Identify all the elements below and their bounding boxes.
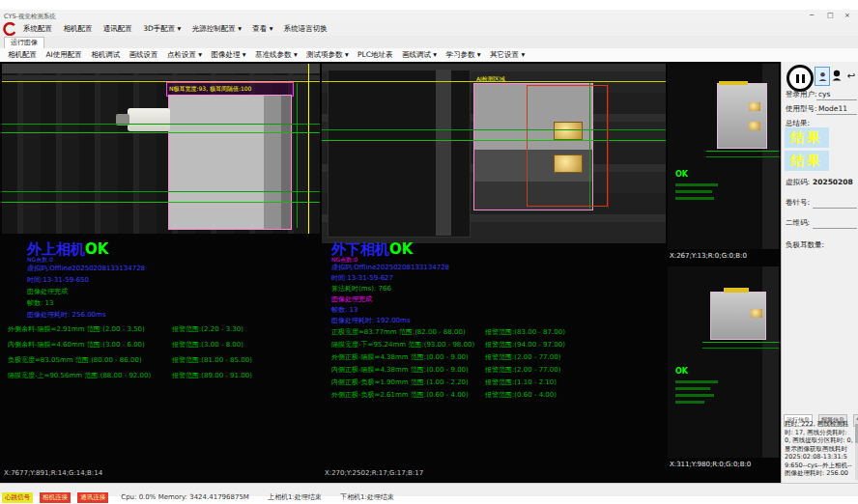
- menu-bar: 系统配置 相机配置 通讯配置 3D手配置 ▾ 光源控制配置 ▾ 查看 ▾ 系统语…: [0, 22, 858, 36]
- pause-icon: [796, 74, 799, 83]
- toolbar-line-debug[interactable]: 画线调试 ▾: [402, 50, 437, 60]
- left-camera-image[interactable]: N极耳宽度:93, 极耳间隔值:100: [2, 64, 320, 234]
- pin-field[interactable]: [813, 207, 857, 209]
- measurement-alarm: 报警范围:(2.00 - 77.00): [485, 366, 560, 375]
- yellow-mark: [724, 288, 749, 293]
- measurement-alarm: 报警范围:(81.00 - 85.00): [172, 356, 252, 365]
- right-algo-elapsed: 算法耗时(ms): 766: [331, 285, 391, 294]
- virtual-code-value: 20250208: [813, 178, 853, 186]
- left-frame-count: 帧数: 13: [27, 299, 54, 308]
- thumb2-image[interactable]: OK: [668, 266, 779, 458]
- logout-icon: ↩: [847, 70, 855, 81]
- thumb2-cursor-status: X:311;Y:980;R:0;G:0;B:0: [670, 461, 751, 469]
- measurement-value: 隔膜宽度-下=95.24mm 范围:(93.00 - 98.00): [331, 341, 474, 350]
- measurement-value: 外侧正极-隔膜=4.38mm 范围:(0.00 - 9.00): [331, 353, 469, 362]
- edge-line-green: [589, 83, 590, 209]
- measurement-alarm: 报警范围:(83.00 - 87.00): [485, 328, 565, 337]
- toolbar: 相机配置 AI使用配置 相机调试 画线设置 点检设置 ▾ 图像处理 ▾ 基准线参…: [0, 48, 858, 63]
- menu-item-3d-config[interactable]: 3D手配置 ▾: [143, 24, 181, 34]
- admin-icon: [832, 67, 842, 85]
- measurement-value: 内侧余料-隔膜=4.60mm 范围:(3.00 - 6.00): [8, 341, 145, 350]
- measure-line-green: [322, 140, 666, 141]
- status-bar: 心跳信号 相机连接 通讯连接 Cpu: 0.0% Memory: 3424.41…: [0, 483, 858, 496]
- toolbar-camera-debug[interactable]: 相机调试: [91, 50, 120, 60]
- measurement-alarm: 报警范围:(89.00 - 91.00): [172, 372, 252, 380]
- mini-cell: [717, 83, 767, 149]
- left-virtual-code: 虚拟码:Offline20250208133134728: [27, 265, 145, 273]
- measurement-value: 隔膜宽度-上=90.56mm 范围:(88.00 - 92.00): [8, 372, 151, 380]
- measurement-value: 外侧余料-隔膜=2.91mm 范围:(2.00 - 3.50): [8, 325, 145, 334]
- tiny-text-line: [675, 401, 704, 404]
- measure-line-green: [706, 151, 779, 152]
- menu-item-system-config[interactable]: 系统配置: [23, 24, 52, 34]
- thumb1-image[interactable]: OK: [668, 64, 779, 249]
- toolbar-learn-params[interactable]: 学习参数 ▾: [445, 50, 480, 60]
- right-frame-count: 帧数: 13: [331, 306, 358, 315]
- menu-item-camera-config[interactable]: 相机配置: [63, 24, 92, 34]
- tiny-text-line: [675, 190, 712, 193]
- run-info-log: 耗时: 222, 画线检测耗时: 17, 画线分类耗时: 0, 画线提取分区耗时…: [785, 420, 853, 480]
- gold-tab: [749, 102, 760, 111]
- tiny-text-line: [675, 387, 710, 390]
- toolbar-other-settings[interactable]: 其它设置 ▾: [490, 50, 525, 60]
- toolbar-plc-address[interactable]: PLC地址表: [358, 50, 392, 60]
- login-user-field[interactable]: [816, 98, 857, 100]
- measure-line-green: [322, 129, 666, 130]
- model-field[interactable]: [816, 113, 857, 115]
- measurement-alarm: 报警范围:(2.20 - 3.30): [172, 325, 243, 334]
- user-button[interactable]: [815, 67, 830, 86]
- qr-field[interactable]: [813, 227, 857, 229]
- menu-item-comm-config[interactable]: 通讯配置: [103, 24, 132, 34]
- admin-button[interactable]: [830, 67, 844, 84]
- measure-line-green: [2, 132, 320, 133]
- tab-connector: [128, 108, 170, 131]
- edge-line-yellow: [308, 64, 309, 234]
- machine-band: [2, 75, 320, 80]
- machine-band: [2, 64, 320, 73]
- machine-strip: [436, 70, 451, 236]
- tab-strip: 运行图像: [0, 36, 858, 49]
- toolbar-image-process[interactable]: 图像处理 ▾: [211, 50, 245, 60]
- measurement-alarm: 报警范围:(2.00 - 77.00): [485, 353, 560, 362]
- left-process-done: 图像处理完成: [27, 288, 68, 296]
- ai-region-label: AI检测区域: [476, 75, 505, 83]
- logout-button[interactable]: ↩: [844, 67, 858, 84]
- measure-line-green: [2, 124, 320, 125]
- gold-tab: [554, 122, 583, 140]
- main-view: N极耳宽度:93, 极耳间隔值:100 AI检测区域 外上相机O: [0, 62, 781, 483]
- pause-button[interactable]: [786, 65, 814, 92]
- toolbar-camera-config[interactable]: 相机配置: [8, 50, 37, 60]
- gold-tab: [554, 154, 583, 173]
- menu-item-view[interactable]: 查看 ▾: [252, 24, 272, 34]
- measurement-value: 负极宽度=83.05mm 范围:(80.00 - 86.00): [8, 356, 142, 365]
- gold-tab: [749, 122, 760, 130]
- toolbar-line-setting[interactable]: 画线设置: [129, 50, 158, 60]
- right-virtual-code: 虚拟码:Offline20250208133134728: [331, 264, 449, 272]
- menu-item-language[interactable]: 系统语言切换: [284, 24, 328, 34]
- toolbar-spotcheck-setting[interactable]: 点检设置 ▾: [167, 50, 202, 60]
- lower-camera-status: 下相机1:处理结束: [340, 493, 394, 501]
- right-process-elapsed: 图像处理耗时: 192.00ms: [331, 317, 411, 325]
- cell-region: [168, 95, 292, 230]
- yellow-mark: [719, 81, 748, 85]
- model-label: 使用型号:: [786, 104, 817, 114]
- thumb2-ok: OK: [675, 367, 688, 377]
- minimize-button[interactable]: ─: [810, 12, 814, 20]
- right-camera-image[interactable]: AI检测区域: [322, 64, 666, 243]
- right-process-done: 图像处理完成: [331, 295, 372, 304]
- close-button[interactable]: ×: [844, 12, 850, 20]
- thumb1-ok: OK: [675, 170, 688, 180]
- maximize-button[interactable]: □: [827, 12, 834, 20]
- camera-connect-badge: 相机连接: [40, 492, 71, 503]
- right-cursor-status: X:270;Y:2502;R:17;G:17;B:17: [325, 469, 423, 478]
- measure-line-green: [2, 191, 320, 192]
- toolbar-test-params[interactable]: 测试项参数 ▾: [306, 50, 349, 60]
- measurement-value: 内侧正极-负极=1.90mm 范围:(1.00 - 2.20): [331, 378, 469, 387]
- toolbar-ai-config[interactable]: AI使用配置: [45, 50, 81, 60]
- tab-width-overlay-label: N极耳宽度:93, 极耳间隔值:100: [169, 85, 251, 93]
- tiny-text-line: [675, 394, 714, 397]
- menu-item-light-config[interactable]: 光源控制配置 ▾: [192, 24, 242, 34]
- toolbar-baseline-params[interactable]: 基准线参数 ▾: [255, 50, 298, 60]
- edge-line-red: [608, 83, 609, 209]
- login-user-value: cys: [818, 90, 830, 98]
